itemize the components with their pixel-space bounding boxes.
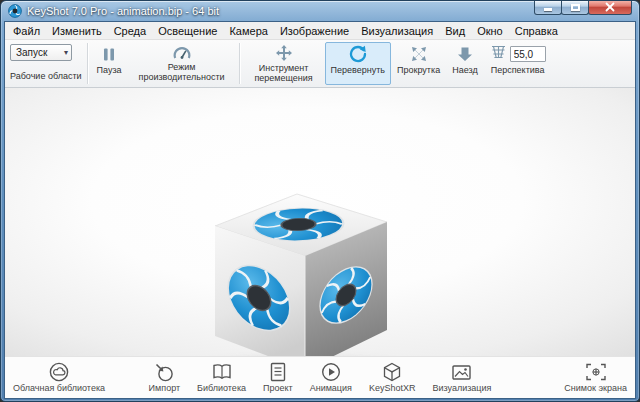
close-button[interactable] (588, 0, 632, 15)
minimize-button[interactable] (534, 0, 562, 15)
performance-gauge-icon (173, 45, 191, 60)
workspace-select[interactable]: Запуск ▾ (10, 44, 72, 61)
pause-label: Пауза (97, 65, 122, 75)
perspective-label: Перспектива (491, 65, 545, 75)
bottombar-right: Снимок экрана (491, 362, 627, 393)
menu-item-environment[interactable]: Среда (108, 24, 152, 38)
workspace-caption: Рабочие области (10, 71, 82, 81)
cloud-icon (48, 362, 70, 382)
window-controls (535, 0, 632, 15)
import-label: Импорт (149, 383, 180, 393)
move-tool-label: Инструмент перемещения (249, 63, 319, 84)
dolly-label: Наезд (452, 65, 478, 75)
flip-rotate-icon (349, 45, 367, 63)
pause-icon (102, 45, 116, 63)
library-label: Библиотека (197, 383, 246, 393)
animation-button[interactable]: Анимация (310, 362, 352, 393)
viewport-3d[interactable] (5, 88, 635, 356)
keyshot-window: KeyShot 7.0 Pro - animation.bip - 64 bit… (0, 0, 640, 402)
client-area: Файл Изменить Среда Освещение Камера Изо… (4, 21, 636, 399)
workspace-group: Запуск ▾ Рабочие области (8, 42, 84, 81)
bottombar-center: Импорт Библиотека (149, 362, 492, 393)
menu-item-window[interactable]: Окно (471, 24, 509, 38)
close-icon (605, 2, 615, 12)
workspace-value: Запуск (16, 47, 47, 58)
performance-mode-button[interactable]: Режим производительности (128, 42, 236, 85)
keyshotxr-label: KeyShotXR (369, 383, 416, 393)
flip-label: Перевернуть (331, 65, 385, 75)
bottombar-left: Облачная библиотека (13, 362, 149, 393)
maximize-icon (571, 4, 580, 11)
toolbar: Запуск ▾ Рабочие области Пауза (5, 40, 635, 88)
bottombar: Облачная библиотека Импорт (5, 356, 635, 398)
chevron-down-icon: ▾ (64, 48, 68, 57)
book-icon (211, 362, 233, 382)
flip-button[interactable]: Перевернуть (325, 42, 391, 85)
import-button[interactable]: Импорт (149, 362, 180, 393)
perspective-group: Перспектива (484, 42, 552, 85)
titlebar[interactable]: KeyShot 7.0 Pro - animation.bip - 64 bit (4, 1, 636, 21)
performance-mode-label: Режим производительности (134, 62, 230, 83)
animation-label: Анимация (310, 383, 352, 393)
toolbar-separator (87, 43, 88, 84)
scroll-label: Прокрутка (397, 65, 440, 75)
cloud-library-button[interactable]: Облачная библиотека (13, 362, 105, 393)
menu-item-camera[interactable]: Камера (223, 24, 273, 38)
play-circle-icon (321, 362, 341, 382)
minimize-icon (544, 8, 552, 11)
move-arrows-icon (276, 45, 292, 61)
maximize-button[interactable] (561, 0, 589, 15)
keyshotxr-button[interactable]: KeyShotXR (369, 362, 416, 393)
render-button[interactable]: Визуализация (432, 362, 491, 393)
move-tool-button[interactable]: Инструмент перемещения (243, 42, 325, 85)
screenshot-label: Снимок экрана (564, 383, 627, 393)
window-title: KeyShot 7.0 Pro - animation.bip - 64 bit (27, 5, 219, 17)
scroll-button[interactable]: Прокрутка (391, 42, 446, 85)
cloud-library-label: Облачная библиотека (13, 383, 105, 393)
render-label: Визуализация (432, 383, 491, 393)
menu-item-file[interactable]: Файл (7, 24, 46, 38)
cube-model[interactable] (201, 174, 401, 356)
menu-item-help[interactable]: Справка (509, 24, 564, 38)
render-image-icon (451, 362, 472, 382)
toolbar-separator (239, 43, 240, 84)
perspective-input[interactable] (510, 46, 546, 62)
dolly-button[interactable]: Наезд (446, 42, 484, 85)
cube-icon (382, 362, 402, 382)
project-button[interactable]: Проект (263, 362, 293, 393)
perspective-grid-icon (490, 45, 507, 63)
library-button[interactable]: Библиотека (197, 362, 246, 393)
menu-item-edit[interactable]: Изменить (46, 24, 108, 38)
import-icon (154, 362, 174, 382)
project-label: Проект (263, 383, 293, 393)
menu-item-lighting[interactable]: Освещение (152, 24, 223, 38)
menu-item-render[interactable]: Визуализация (355, 24, 439, 38)
menu-item-view[interactable]: Вид (439, 24, 471, 38)
keyshot-logo-icon (8, 4, 22, 18)
screenshot-crop-icon (585, 362, 607, 382)
diagonal-arrows-icon (411, 45, 427, 63)
document-list-icon (269, 362, 287, 382)
menubar: Файл Изменить Среда Освещение Камера Изо… (5, 22, 635, 40)
arrow-down-icon (457, 45, 473, 63)
screenshot-button[interactable]: Снимок экрана (564, 362, 627, 393)
menu-item-image[interactable]: Изображение (274, 24, 355, 38)
pause-button[interactable]: Пауза (91, 42, 128, 85)
